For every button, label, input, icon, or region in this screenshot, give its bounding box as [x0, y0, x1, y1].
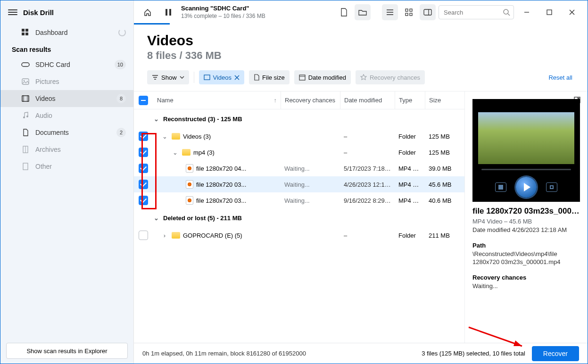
filter-icon — [152, 74, 158, 80]
sidebar-item-label: Other — [35, 163, 52, 170]
video-thumbnail — [478, 112, 574, 164]
video-preview — [472, 99, 580, 202]
close-button[interactable] — [562, 5, 582, 19]
table-header: Name↑ Recovery chances Date modified Typ… — [134, 91, 464, 109]
table-row[interactable]: › GOPROCARD (E) (5) – Folder 211 MB — [134, 227, 464, 243]
scan-title: Scanning "SDHC Card" — [181, 5, 265, 12]
minimize-button[interactable] — [517, 5, 537, 19]
pictures-icon — [21, 78, 30, 85]
sidebar-item-label: Videos — [35, 95, 56, 102]
filesize-filter[interactable]: File size — [249, 70, 290, 84]
sidebar-item-other[interactable]: Other — [0, 158, 133, 175]
table-row-selected[interactable]: file 1280x720 03... Waiting... 4/26/2023… — [134, 176, 464, 192]
sidebar-item-label: Pictures — [35, 78, 59, 85]
show-in-explorer-button[interactable]: Show scan results in Explorer — [6, 343, 128, 359]
panel-toggle-icon[interactable] — [420, 4, 436, 20]
row-checkbox[interactable] — [139, 132, 148, 141]
sidebar-item-archives[interactable]: Archives — [0, 141, 133, 158]
show-filter[interactable]: Show — [147, 70, 189, 84]
sidebar-item-documents[interactable]: Documents 2 — [0, 124, 133, 141]
svg-rect-3 — [25, 33, 28, 35]
chevron-down-icon[interactable]: ⌄ — [161, 133, 168, 140]
recover-button[interactable]: Recover — [532, 346, 579, 361]
app-title: Disk Drill — [23, 8, 54, 17]
group-row[interactable]: ⌄ Deleted or lost (5) - 211 MB — [134, 208, 464, 227]
svg-point-10 — [23, 116, 25, 118]
svg-rect-16 — [169, 9, 171, 16]
svg-rect-38 — [299, 75, 305, 80]
videos-filter-chip[interactable]: Videos — [199, 70, 245, 84]
sidebar-item-count: 2 — [116, 128, 126, 137]
preview-pane: file 1280x720 03m23s_0000... MP4 Video –… — [465, 91, 588, 343]
col-name[interactable]: Name — [157, 97, 174, 104]
sidebar-item-sdhc[interactable]: SDHC Card 10 — [0, 56, 133, 73]
row-checkbox[interactable] — [139, 231, 148, 240]
select-all-checkbox[interactable] — [139, 96, 148, 105]
svg-rect-24 — [424, 9, 431, 15]
sidebar-item-count: 10 — [115, 60, 126, 69]
pause-button[interactable] — [160, 4, 176, 20]
sidebar-item-count: 8 — [116, 94, 126, 103]
sort-arrow-icon[interactable]: ↑ — [274, 97, 277, 104]
datemod-filter[interactable]: Date modified — [294, 70, 351, 84]
sidebar-item-videos[interactable]: Videos 8 — [0, 90, 133, 107]
table-row[interactable]: file 1280x720 04... Waiting... 5/17/2023… — [134, 160, 464, 176]
stop-button[interactable] — [495, 182, 506, 192]
chevron-down-icon[interactable]: ⌄ — [172, 149, 178, 156]
list-view-icon[interactable] — [382, 4, 398, 20]
recchances-filter[interactable]: Recovery chances — [356, 70, 425, 84]
path-label: Path — [472, 242, 580, 249]
folder-icon — [172, 133, 180, 140]
svg-rect-22 — [406, 13, 408, 16]
sidebar-item-label: Audio — [35, 112, 52, 119]
video-seek-bar[interactable] — [481, 169, 571, 170]
file-view-icon[interactable] — [336, 4, 352, 20]
group-row[interactable]: ⌄ Reconstructed (3) - 125 MB — [134, 109, 464, 128]
grid-view-icon[interactable] — [401, 4, 417, 20]
row-checkbox[interactable] — [139, 196, 148, 205]
folder-view-icon[interactable] — [355, 4, 371, 20]
path-value: \Reconstructed\Videos\mp4\file 1280x720 … — [472, 250, 580, 266]
fullscreen-button[interactable] — [546, 182, 557, 192]
svg-rect-23 — [410, 13, 412, 16]
chevron-down-icon[interactable]: ⌄ — [153, 116, 159, 123]
sidebar-item-pictures[interactable]: Pictures — [0, 73, 133, 90]
rc-label: Recovery chances — [472, 274, 580, 281]
maximize-button[interactable] — [539, 5, 559, 19]
svg-rect-29 — [547, 10, 552, 15]
table-row[interactable]: ⌄ mp4 (3) – Folder 125 MB — [134, 144, 464, 160]
sidebar-item-audio[interactable]: Audio — [0, 107, 133, 124]
svg-rect-15 — [166, 9, 167, 16]
spinner-icon — [118, 29, 126, 36]
col-size[interactable]: Size — [425, 91, 464, 109]
row-checkbox[interactable] — [139, 148, 148, 157]
audio-icon — [21, 112, 30, 119]
menu-icon[interactable] — [8, 8, 17, 17]
col-date[interactable]: Date modified — [340, 91, 395, 109]
documents-icon — [21, 129, 30, 136]
page-title: Videos — [147, 33, 574, 49]
chevron-down-icon[interactable]: ⌄ — [153, 215, 159, 222]
calendar-icon — [299, 74, 306, 81]
row-checkbox[interactable] — [139, 180, 148, 189]
videos-icon — [204, 74, 210, 80]
col-recovery[interactable]: Recovery chances — [281, 91, 340, 109]
archives-icon — [21, 146, 30, 153]
preview-date: Date modified 4/26/2023 12:18 AM — [472, 226, 580, 234]
table-row[interactable]: file 1280x720 03... Waiting... 9/16/2022… — [134, 192, 464, 208]
play-button[interactable] — [516, 177, 537, 198]
main-area: Scanning "SDHC Card" 13% complete – 10 f… — [134, 0, 588, 364]
scan-subtitle: 13% complete – 10 files / 336 MB — [181, 13, 265, 20]
close-icon[interactable] — [234, 75, 240, 80]
svg-line-27 — [508, 14, 510, 16]
table-row[interactable]: ⌄ Videos (3) – Folder 125 MB — [134, 128, 464, 144]
home-button[interactable] — [140, 4, 156, 20]
page-subtitle: 8 files / 336 MB — [147, 50, 574, 62]
chevron-right-icon[interactable]: › — [161, 232, 168, 239]
sidebar-section-label: Scan results — [0, 41, 133, 56]
col-type[interactable]: Type — [395, 91, 425, 109]
sidebar-dashboard[interactable]: Dashboard — [0, 24, 133, 41]
file-icon — [254, 74, 259, 81]
row-checkbox[interactable] — [139, 164, 148, 173]
reset-filters[interactable]: Reset all — [548, 74, 574, 81]
